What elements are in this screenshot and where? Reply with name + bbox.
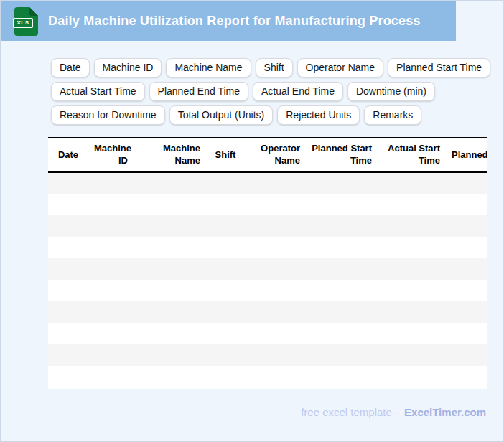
table-cell [134,215,206,237]
table-cell [306,323,378,344]
table-cell [245,366,306,387]
table-cell [306,344,378,366]
field-chip[interactable]: Date [51,58,90,77]
table-cell [134,258,206,280]
table-cell [206,215,245,237]
table-row [48,323,487,344]
table-cell [446,366,487,387]
table-cell [88,194,134,215]
table-cell [206,301,245,323]
table-row [48,280,487,301]
table-cell [206,172,245,194]
field-chip[interactable]: Planned End Time [149,82,248,101]
table-cell [245,194,306,215]
table-cell [206,323,245,344]
column-header-planned-end-time: Planned End Time [446,138,487,172]
field-chip[interactable]: Machine Name [166,58,251,77]
column-header-machine-name: Machine Name [134,138,206,172]
table-cell [88,366,134,387]
app-header-bar: XLS Daily Machine Utilization Report for… [1,1,456,41]
table-cell [88,344,134,366]
field-chip[interactable]: Operator Name [297,58,383,77]
table-body [48,172,487,387]
table-cell [48,323,88,344]
table-cell [378,215,446,237]
table-cell [134,366,206,387]
table-cell [446,258,487,280]
field-chip[interactable]: Rejected Units [277,105,360,125]
table-cell [306,237,378,258]
table-cell [306,172,378,194]
table-cell [378,194,446,215]
table-cell [446,344,487,366]
table-cell [245,215,306,237]
field-chip[interactable]: Reason for Downtime [51,105,165,125]
table-row [48,172,487,194]
table-cell [206,194,245,215]
table-cell [134,344,206,366]
xls-badge-label: XLS [13,18,33,28]
table-cell [88,237,134,258]
table-row [48,215,487,237]
table-cell [48,258,88,280]
page-title: Daily Machine Utilization Report for Man… [48,14,421,29]
table-cell [48,215,88,237]
table-cell [378,344,446,366]
footer-credit: free excel template -ExcelTimer.com [301,406,486,418]
table-cell [306,301,378,323]
table-cell [378,172,446,194]
field-chip[interactable]: Actual Start Time [51,82,145,101]
table-cell [48,344,88,366]
table-cell [245,344,306,366]
table-cell [245,323,306,344]
field-chip[interactable]: Total Output (Units) [169,105,274,125]
table-cell [446,194,487,215]
table-cell [446,280,487,301]
table-cell [378,237,446,258]
table-cell [206,237,245,258]
table-cell [134,280,206,301]
field-chip[interactable]: Downtime (min) [347,82,435,101]
table-cell [378,366,446,387]
table-row [48,237,487,258]
table-cell [88,215,134,237]
table-cell [134,194,206,215]
table-row [48,344,487,366]
field-chip[interactable]: Actual End Time [253,82,343,101]
column-header-operator-name: Operator Name [245,138,306,172]
field-chip-list: DateMachine IDMachine NameShiftOperator … [51,58,493,125]
table-cell [48,172,88,194]
table-cell [206,280,245,301]
table-row [48,194,487,215]
table-cell [88,280,134,301]
brand-link[interactable]: ExcelTimer.com [404,406,486,418]
table-cell [245,280,306,301]
table-cell [134,323,206,344]
table-cell [88,258,134,280]
field-chip[interactable]: Planned Start Time [388,58,490,77]
table-header-row: Date Machine ID Machine Name Shift Opera… [48,138,487,172]
table-cell [306,215,378,237]
table-cell [48,237,88,258]
table-row [48,366,487,387]
table-cell [48,280,88,301]
utilization-table-container: Date Machine ID Machine Name Shift Opera… [48,137,487,389]
field-chip[interactable]: Remarks [364,105,421,125]
table-cell [378,280,446,301]
table-cell [378,323,446,344]
column-header-date: Date [48,138,88,172]
table-cell [306,258,378,280]
table-cell [206,258,245,280]
field-chip[interactable]: Shift [256,58,293,77]
table-cell [88,323,134,344]
table-cell [306,366,378,387]
table-cell [378,301,446,323]
table-cell [48,366,88,387]
table-cell [245,237,306,258]
table-cell [88,172,134,194]
field-chip[interactable]: Machine ID [94,58,162,77]
table-cell [306,280,378,301]
column-header-shift: Shift [206,138,245,172]
table-row [48,301,487,323]
table-cell [206,366,245,387]
